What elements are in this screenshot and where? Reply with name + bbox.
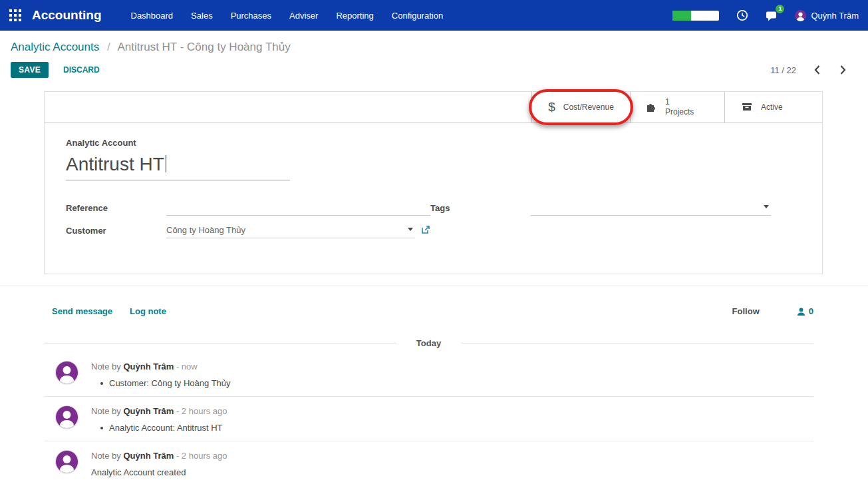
follower-person-icon — [797, 307, 805, 316]
save-button[interactable]: SAVE — [11, 62, 49, 78]
message-body: Customer: Công ty Hoàng Thủy — [109, 378, 231, 388]
text-cursor — [166, 155, 166, 172]
analytic-account-input[interactable]: Antitrust HT — [66, 154, 290, 180]
clock-icon[interactable] — [736, 9, 748, 21]
message-time: - 2 hours ago — [176, 406, 227, 416]
top-navbar: Accounting Dashboard Sales Purchases Adv… — [0, 0, 868, 31]
pager-next-button[interactable] — [838, 63, 848, 77]
reference-label: Reference — [66, 203, 166, 216]
breadcrumb-current: Antitrust HT - Công ty Hoàng Thủy — [118, 41, 291, 53]
active-button[interactable]: Active — [724, 92, 822, 122]
chevron-down-icon[interactable] — [764, 205, 769, 208]
chatter: Send message Log note Follow 0 Today Not… — [44, 286, 813, 480]
app-title: Accounting — [32, 8, 102, 23]
main-menu: Dashboard Sales Purchases Adviser Report… — [131, 11, 444, 21]
reference-input[interactable] — [166, 201, 430, 216]
message-author: Quỳnh Trâm — [123, 361, 174, 371]
avatar — [56, 361, 78, 383]
bullet-icon — [100, 427, 103, 429]
message-time: - now — [176, 361, 198, 371]
message-list: Note by Quỳnh Trâm - now Customer: Công … — [44, 352, 813, 480]
list-item: Note by Quỳnh Trâm - 2 hours ago Analyti… — [44, 397, 813, 441]
nav-item-sales[interactable]: Sales — [191, 11, 213, 21]
tags-input[interactable] — [531, 201, 771, 216]
customer-value: Công ty Hoàng Thủy — [166, 225, 404, 235]
message-author: Quỳnh Trâm — [123, 406, 174, 416]
dollar-icon: $ — [548, 100, 555, 115]
nav-item-configuration[interactable]: Configuration — [392, 11, 443, 21]
date-group-label: Today — [416, 338, 441, 348]
log-note-button[interactable]: Log note — [130, 306, 166, 316]
user-menu[interactable]: Quỳnh Trâm — [795, 10, 859, 21]
avatar — [56, 451, 78, 473]
list-item: Note by Quỳnh Trâm - now Customer: Công … — [44, 352, 813, 397]
archive-icon — [741, 101, 753, 115]
date-group-divider: Today — [44, 338, 813, 348]
nav-item-adviser[interactable]: Adviser — [289, 11, 318, 21]
apps-grid-icon[interactable] — [9, 9, 21, 21]
active-label: Active — [761, 103, 783, 112]
statusbar: $ Cost/Revenue 1 Projects Active — [45, 92, 822, 123]
user-avatar — [795, 10, 806, 21]
cost-revenue-button[interactable]: $ Cost/Revenue — [531, 92, 630, 122]
analytic-account-value: Antitrust HT — [66, 154, 164, 174]
bullet-icon — [100, 382, 103, 385]
form-sheet: $ Cost/Revenue 1 Projects Active Analy — [44, 91, 823, 274]
projects-button[interactable]: 1 Projects — [630, 92, 724, 122]
message-time: - 2 hours ago — [176, 451, 227, 461]
chevron-down-icon[interactable] — [408, 228, 413, 231]
message-body: Analytic Account: Antitrust HT — [109, 423, 223, 433]
planner-progress-gauge[interactable] — [672, 11, 719, 21]
external-link-icon[interactable] — [421, 225, 430, 235]
customer-label: Customer — [66, 226, 166, 238]
nav-item-dashboard[interactable]: Dashboard — [131, 11, 174, 21]
breadcrumb: Analytic Accounts / Antitrust HT - Công … — [0, 31, 868, 61]
followers-count: 0 — [809, 306, 813, 316]
follow-button[interactable]: Follow — [732, 306, 760, 316]
customer-input[interactable]: Công ty Hoàng Thủy — [166, 224, 415, 238]
message-body: Analytic Account created — [91, 467, 186, 477]
discard-button[interactable]: DISCARD — [63, 65, 100, 75]
pager-text: 11 / 22 — [770, 65, 796, 75]
followers-button[interactable]: 0 — [797, 306, 813, 316]
messages-icon[interactable]: 1 — [766, 10, 778, 21]
projects-count: 1 — [665, 97, 694, 107]
avatar — [56, 406, 78, 428]
messages-badge: 1 — [776, 5, 784, 13]
tags-label: Tags — [430, 203, 531, 216]
puzzle-icon — [645, 101, 657, 115]
message-author: Quỳnh Trâm — [123, 451, 174, 461]
planner-progress-fill — [672, 11, 691, 21]
breadcrumb-separator: / — [107, 41, 110, 53]
nav-item-purchases[interactable]: Purchases — [231, 11, 271, 21]
pager: 11 / 22 — [770, 63, 848, 77]
projects-label: Projects — [665, 107, 694, 117]
cost-revenue-label: Cost/Revenue — [563, 103, 614, 112]
nav-item-reporting[interactable]: Reporting — [336, 11, 373, 21]
analytic-account-label: Analytic Account — [66, 138, 801, 148]
control-panel: SAVE DISCARD 11 / 22 — [0, 61, 868, 78]
send-message-button[interactable]: Send message — [52, 306, 112, 316]
form-body: Analytic Account Antitrust HT Reference … — [45, 123, 822, 274]
pager-prev-button[interactable] — [812, 63, 822, 77]
user-name: Quỳnh Trâm — [811, 11, 859, 21]
breadcrumb-parent-link[interactable]: Analytic Accounts — [11, 41, 99, 53]
list-item: Note by Quỳnh Trâm - 2 hours ago Analyti… — [44, 441, 813, 480]
